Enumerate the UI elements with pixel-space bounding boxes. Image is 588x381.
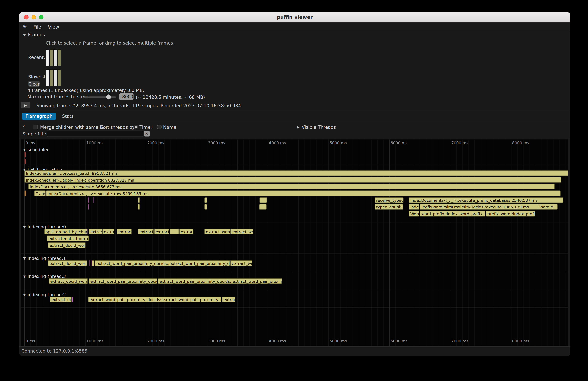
scope-bar[interactable]: extract_doc bbox=[50, 297, 72, 302]
scope-bar[interactable] bbox=[72, 297, 74, 302]
axis-tick-label: 4000 ms bbox=[269, 339, 286, 343]
scope-bar[interactable] bbox=[260, 197, 267, 203]
scope-bar[interactable]: typed_chunk::w bbox=[375, 204, 403, 210]
collapse-down-icon: ▼ bbox=[23, 293, 26, 296]
axis-tick-label: 7000 ms bbox=[451, 141, 468, 145]
scope-bar[interactable]: extract_ bbox=[138, 229, 154, 234]
scope-bar[interactable]: Word bbox=[409, 211, 419, 216]
scope-bar[interactable] bbox=[204, 204, 207, 210]
merge-children-label[interactable]: Merge children with same ID bbox=[40, 125, 105, 130]
collapse-right-icon: ▶ bbox=[297, 125, 299, 129]
frame-bar[interactable] bbox=[46, 49, 49, 66]
frame-bar[interactable] bbox=[50, 70, 53, 86]
play-button[interactable]: ▶ bbox=[21, 102, 30, 108]
scope-bar[interactable]: extract bbox=[179, 229, 193, 234]
scope-bar[interactable]: extract_docid_wor bbox=[48, 260, 87, 266]
scope-bar[interactable]: extract::data_from_ob bbox=[47, 235, 89, 241]
visible-threads-header[interactable]: ▶ Visible Threads bbox=[297, 125, 336, 130]
recent-frames-label: Recent: bbox=[28, 55, 45, 60]
menubar: ✳ File View bbox=[19, 22, 570, 31]
scope-label: IndexDocuments<_, _>::execute_prefix_dat… bbox=[409, 198, 538, 202]
scope-bar[interactable]: index bbox=[409, 204, 419, 210]
scope-bar[interactable]: extract_wo bbox=[230, 260, 252, 266]
scope-bar[interactable]: word_prefix::index_word_prefix_ bbox=[420, 211, 485, 216]
scope-bar[interactable] bbox=[88, 204, 89, 210]
scope-bar[interactable]: extract_word_pair_proximity_docids::extr… bbox=[158, 278, 282, 284]
scope-bar[interactable]: extract_docid_word bbox=[49, 278, 88, 284]
frame-bar[interactable] bbox=[58, 70, 61, 86]
scope-bar[interactable]: IndexDocuments<_, _>::execute_prefix_dat… bbox=[409, 197, 563, 203]
frame-bar[interactable] bbox=[54, 49, 57, 66]
merge-children-checkbox[interactable] bbox=[33, 125, 38, 129]
scope-bar[interactable]: extract bbox=[89, 229, 102, 234]
scope-bar[interactable]: IndexDocuments<_, _>::execute 8656.677 m… bbox=[28, 184, 555, 190]
scope-bar[interactable]: extract_word_pair_proximity_docids::extr… bbox=[88, 297, 221, 302]
max-frames-slider-knob[interactable] bbox=[106, 94, 111, 99]
scope-bar[interactable] bbox=[138, 197, 140, 203]
axis-tick-label: 6000 ms bbox=[391, 141, 408, 145]
scope-bar[interactable] bbox=[88, 197, 89, 203]
scope-bar[interactable] bbox=[91, 260, 91, 266]
scope-bar[interactable]: extract_word_pair_proximity_docids bbox=[89, 278, 157, 284]
scope-bar[interactable]: prefix_word::index_prefix_wo bbox=[486, 211, 535, 216]
scope-label: extract_doc bbox=[50, 297, 72, 302]
sort-time-label[interactable]: Time bbox=[139, 125, 150, 130]
scope-bar[interactable] bbox=[259, 204, 267, 210]
scope-bar[interactable] bbox=[92, 260, 95, 266]
clear-frames-button[interactable]: Clear bbox=[28, 81, 40, 87]
tab-flamegraph[interactable]: Flamegraph bbox=[22, 113, 56, 120]
scope-bar[interactable] bbox=[204, 197, 207, 203]
scope-bar[interactable] bbox=[87, 229, 88, 234]
scope-bar[interactable] bbox=[93, 197, 94, 203]
scope-label: extract_wo bbox=[231, 230, 253, 234]
max-frames-slider[interactable] bbox=[83, 96, 116, 98]
scope-bar[interactable]: receive_typed_ bbox=[375, 197, 403, 203]
scope-bar[interactable]: extract_docid_wor bbox=[48, 242, 85, 248]
scope-bar[interactable]: extrac bbox=[117, 229, 132, 234]
sort-name-radio[interactable] bbox=[157, 125, 162, 129]
help-button[interactable]: ? bbox=[22, 124, 25, 129]
scope-bar[interactable]: extract_word bbox=[204, 229, 231, 234]
scope-bar[interactable]: IndexScheduler>::apply_index_operation 8… bbox=[24, 177, 561, 183]
visible-threads-label: Visible Threads bbox=[302, 125, 336, 130]
tab-bar: Flamegraph Stats bbox=[22, 113, 75, 120]
sort-name-label[interactable]: Name bbox=[163, 125, 176, 130]
sort-direction-icon[interactable]: ↓ bbox=[150, 125, 154, 130]
flamegraph-canvas[interactable]: 0 ms0 ms1000 ms1000 ms2000 ms2000 ms3000… bbox=[21, 139, 568, 346]
scope-bar[interactable] bbox=[24, 152, 26, 158]
frames-section-header[interactable]: ▼ Frames bbox=[23, 32, 45, 38]
scope-bar[interactable]: Trans bbox=[34, 190, 46, 196]
frame-bar[interactable] bbox=[46, 70, 49, 86]
titlebar[interactable]: puffin viewer bbox=[19, 12, 570, 23]
scope-bar[interactable]: WordPr bbox=[538, 204, 558, 210]
scope-bar[interactable]: split_grenad_by_chun bbox=[44, 229, 87, 234]
clear-filter-button[interactable]: × bbox=[144, 131, 150, 137]
sort-time-radio[interactable] bbox=[133, 125, 138, 129]
scope-bar[interactable]: extrac bbox=[222, 297, 235, 302]
scope-bar[interactable]: extra bbox=[102, 229, 114, 234]
scope-bar[interactable]: IndexScheduler>::process_batch 8953.821 … bbox=[24, 170, 568, 176]
scope-bar[interactable] bbox=[24, 190, 26, 196]
max-frames-value[interactable]: 18000 bbox=[119, 93, 134, 100]
recent-frames-thumbnail[interactable] bbox=[46, 49, 61, 66]
frame-bar[interactable] bbox=[58, 49, 61, 66]
scope-label: prefix_word::index_prefix_wo bbox=[486, 211, 535, 216]
menu-file[interactable]: File bbox=[33, 24, 41, 30]
scope-bar[interactable] bbox=[170, 229, 179, 234]
scope-filter-input[interactable] bbox=[47, 130, 143, 137]
scope-bar[interactable]: extract_word_pair_proximity_docids::extr… bbox=[95, 260, 230, 266]
tab-stats[interactable]: Stats bbox=[61, 113, 75, 120]
thread-header[interactable]: ▼scheduler bbox=[23, 147, 49, 152]
scope-bar[interactable] bbox=[24, 159, 26, 164]
slowest-frames-thumbnail[interactable] bbox=[46, 69, 61, 86]
scope-bar[interactable]: PrefixWordPairsProximityDocids::execute … bbox=[420, 204, 539, 210]
scope-bar[interactable] bbox=[138, 204, 140, 210]
scope-bar[interactable]: IndexDocuments<_, _>::execute_raw 8459.1… bbox=[46, 190, 561, 196]
scope-bar[interactable]: extract_ bbox=[154, 229, 169, 234]
scope-bar[interactable] bbox=[89, 260, 90, 266]
scope-bar[interactable]: extract_wo bbox=[231, 229, 253, 234]
axis-tick-label: 8000 ms bbox=[512, 141, 529, 145]
frame-bar[interactable] bbox=[54, 70, 57, 86]
frame-bar[interactable] bbox=[50, 49, 53, 66]
menu-view[interactable]: View bbox=[48, 24, 59, 30]
